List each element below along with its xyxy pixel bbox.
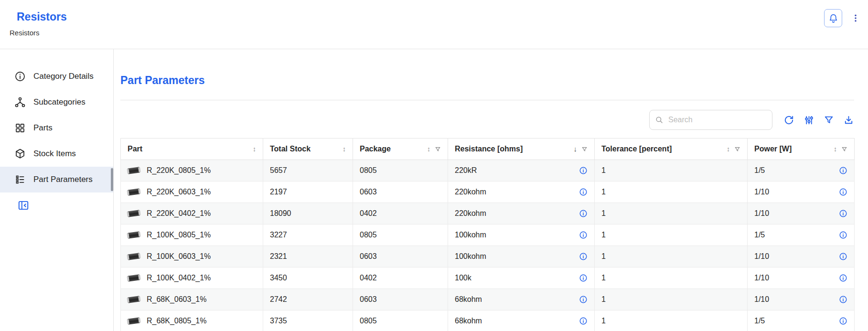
info-icon[interactable] — [839, 231, 847, 239]
column-label: Part — [128, 145, 142, 153]
table-row[interactable]: R_100K_0805_1% 3227 0805 100kohm 1 1/5 — [121, 224, 855, 246]
tolerance-cell: 1 — [595, 182, 748, 203]
part-name: R_220K_0805_1% — [147, 166, 211, 175]
sort-icon — [427, 145, 430, 153]
sidebar-item-part-parameters[interactable]: Part Parameters — [0, 167, 113, 192]
sidebar-item-label: Parts — [33, 123, 53, 133]
columns-settings-button[interactable] — [804, 115, 814, 126]
package-cell: 0603 — [353, 246, 448, 267]
info-icon[interactable] — [839, 166, 847, 175]
search-input[interactable] — [667, 115, 767, 125]
info-icon[interactable] — [579, 274, 588, 282]
section-title: Part Parameters — [120, 74, 854, 87]
kebab-menu-icon[interactable] — [851, 13, 860, 23]
column-header-package[interactable]: Package — [353, 139, 448, 160]
table-row[interactable]: R_220K_0402_1% 18090 0402 220kohm 1 1/10 — [121, 203, 855, 224]
download-button[interactable] — [843, 115, 854, 126]
info-icon[interactable] — [839, 295, 847, 304]
info-icon[interactable] — [839, 252, 847, 261]
power-value: 1/5 — [754, 317, 765, 325]
grid-toolbar — [120, 110, 854, 130]
table-row[interactable]: R_68K_0805_1% 3735 0805 68kohm 1 1/5 — [121, 310, 855, 331]
resistance-value: 68kohm — [455, 317, 482, 325]
table-row[interactable]: R_100K_0603_1% 2321 0603 100kohm 1 1/10 — [121, 246, 855, 267]
parts-table: Part Total Stock Package — [120, 138, 855, 331]
info-icon[interactable] — [579, 295, 588, 304]
refresh-button[interactable] — [783, 115, 794, 126]
part-name: R_68K_0603_1% — [147, 295, 206, 304]
main-content: Part Parameters — [114, 49, 868, 331]
part-name: R_100K_0603_1% — [147, 252, 211, 261]
notifications-button[interactable] — [824, 9, 842, 27]
download-icon — [843, 115, 854, 126]
info-icon[interactable] — [579, 209, 588, 218]
column-label: Package — [360, 145, 391, 153]
package-cell: 0805 — [353, 310, 448, 331]
column-header-part[interactable]: Part — [121, 139, 263, 160]
box-icon — [14, 148, 26, 160]
sort-desc-icon — [574, 145, 578, 153]
column-header-tolerance[interactable]: Tolerance [percent] — [595, 139, 748, 160]
search-box[interactable] — [649, 110, 772, 130]
sidebar-item-parts[interactable]: Parts — [0, 115, 113, 141]
resistance-value: 220kR — [455, 166, 477, 175]
column-header-power[interactable]: Power [W] — [748, 139, 855, 160]
sort-icon — [727, 145, 730, 153]
part-thumbnail — [127, 296, 140, 303]
sidebar: Category Details Subcategories Parts — [0, 49, 114, 331]
sidebar-item-label: Part Parameters — [33, 175, 93, 184]
total-stock-cell: 3227 — [263, 224, 353, 246]
info-icon[interactable] — [839, 209, 847, 218]
info-icon[interactable] — [579, 317, 588, 325]
hierarchy-icon — [14, 96, 26, 108]
part-thumbnail — [127, 188, 140, 196]
info-icon[interactable] — [839, 317, 847, 325]
sidebar-item-label: Stock Items — [33, 149, 76, 159]
info-icon[interactable] — [839, 188, 847, 196]
table-row[interactable]: R_68K_0603_1% 2742 0603 68kohm 1 1/10 — [121, 289, 855, 310]
part-thumbnail — [127, 253, 140, 260]
total-stock-cell: 5657 — [263, 160, 353, 182]
filter-icon — [824, 115, 834, 125]
refresh-icon — [783, 115, 794, 126]
tolerance-cell: 1 — [595, 289, 748, 310]
part-name: R_220K_0603_1% — [147, 188, 211, 196]
resistance-value: 220kohm — [455, 188, 486, 196]
power-value: 1/10 — [754, 274, 769, 282]
sidebar-item-category-details[interactable]: Category Details — [0, 64, 113, 89]
info-circle-icon — [14, 71, 26, 82]
info-icon[interactable] — [579, 252, 588, 261]
sort-icon — [253, 145, 256, 153]
part-name: R_220K_0402_1% — [147, 209, 211, 218]
sidebar-collapse-button[interactable] — [17, 199, 30, 212]
sidebar-scrollbar-thumb[interactable] — [111, 168, 113, 191]
column-filter-icon[interactable] — [435, 146, 441, 152]
column-filter-icon[interactable] — [734, 146, 740, 152]
sidebar-item-subcategories[interactable]: Subcategories — [0, 89, 113, 115]
sidebar-item-stock-items[interactable]: Stock Items — [0, 141, 113, 167]
package-cell: 0402 — [353, 203, 448, 224]
part-thumbnail — [127, 231, 140, 239]
table-row[interactable]: R_220K_0603_1% 2197 0603 220kohm 1 1/10 — [121, 182, 855, 203]
tolerance-cell: 1 — [595, 267, 748, 289]
resistance-value: 100k — [455, 274, 472, 282]
filter-button[interactable] — [824, 115, 834, 125]
table-row[interactable]: R_100K_0402_1% 3450 0402 100k 1 1/10 — [121, 267, 855, 289]
table-row[interactable]: R_220K_0805_1% 5657 0805 220kR 1 1/5 — [121, 160, 855, 182]
top-actions — [824, 9, 860, 27]
info-icon[interactable] — [839, 274, 847, 282]
package-cell: 0805 — [353, 224, 448, 246]
column-filter-icon[interactable] — [841, 146, 847, 152]
power-value: 1/10 — [754, 252, 769, 261]
column-label: Tolerance [percent] — [601, 145, 672, 153]
column-header-resistance[interactable]: Resistance [ohms] — [448, 139, 595, 160]
page-title: Resistors — [0, 0, 868, 23]
info-icon[interactable] — [579, 188, 588, 196]
info-icon[interactable] — [579, 231, 588, 239]
column-filter-icon[interactable] — [581, 146, 588, 152]
column-header-total-stock[interactable]: Total Stock — [263, 139, 353, 160]
power-value: 1/10 — [754, 188, 769, 196]
info-icon[interactable] — [579, 166, 588, 175]
breadcrumb[interactable]: Resistors — [10, 29, 868, 37]
column-label: Total Stock — [270, 145, 311, 153]
